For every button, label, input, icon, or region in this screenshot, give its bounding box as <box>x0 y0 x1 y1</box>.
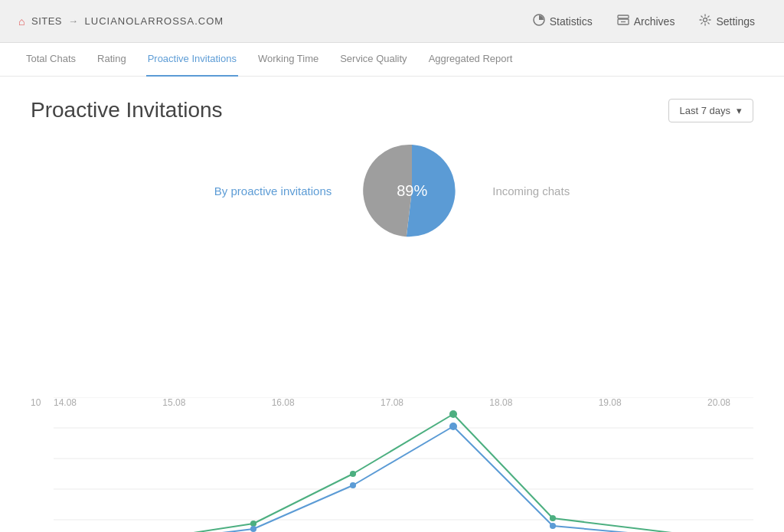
nav-archives-label: Archives <box>634 15 675 28</box>
site-name: LUCIANOLARROSSA.COM <box>85 15 224 27</box>
tab-proactive-invitations[interactable]: Proactive Invitations <box>146 43 238 77</box>
breadcrumb-arrow: → <box>68 15 79 27</box>
chart-y-label: 10 <box>31 397 41 408</box>
nav-settings-label: Settings <box>716 15 755 28</box>
tab-total-chats[interactable]: Total Chats <box>24 43 77 77</box>
svg-point-20 <box>250 526 256 532</box>
statistics-icon <box>533 14 545 28</box>
home-icon: ⌂ <box>18 15 25 28</box>
pie-section: By proactive invitations 89% Incoming ch… <box>31 141 753 240</box>
svg-point-21 <box>350 482 356 488</box>
tab-bar: Total Chats Rating Proactive Invitations… <box>0 43 784 77</box>
svg-point-23 <box>550 523 556 529</box>
svg-point-15 <box>449 410 457 418</box>
svg-point-14 <box>350 471 356 477</box>
main-content: Proactive Invitations Last 7 days ▾ By p… <box>0 77 784 532</box>
svg-rect-1 <box>618 15 629 18</box>
nav-statistics-label: Statistics <box>550 15 593 28</box>
header: ⌂ SITES → LUCIANOLARROSSA.COM Statistics <box>0 0 784 43</box>
svg-point-16 <box>550 515 556 521</box>
tab-aggregated-report[interactable]: Aggregated Report <box>427 43 514 77</box>
nav-archives[interactable]: Archives <box>606 10 686 32</box>
archives-icon <box>617 15 629 28</box>
page-title: Proactive Invitations <box>31 98 223 122</box>
header-nav: Statistics Archives Settings <box>522 9 766 33</box>
pie-percent-label: 89% <box>397 182 427 200</box>
date-range-button[interactable]: Last 7 days ▾ <box>668 99 754 122</box>
tab-service-quality[interactable]: Service Quality <box>338 43 408 77</box>
chart-area: 10 <box>31 397 753 532</box>
nav-statistics[interactable]: Statistics <box>522 9 603 33</box>
pie-right-label: Incoming chats <box>492 184 570 197</box>
settings-icon <box>699 14 711 28</box>
date-range-label: Last 7 days <box>680 105 731 116</box>
svg-point-13 <box>250 521 256 527</box>
chart-svg <box>54 397 753 532</box>
tab-rating[interactable]: Rating <box>96 43 128 77</box>
chevron-down-icon: ▾ <box>737 105 742 116</box>
svg-point-22 <box>449 423 457 430</box>
breadcrumb: ⌂ SITES → LUCIANOLARROSSA.COM <box>18 15 224 28</box>
svg-point-4 <box>704 18 707 22</box>
pie-chart: 89% <box>362 141 462 240</box>
pie-left-label: By proactive invitations <box>214 184 332 197</box>
tab-working-time[interactable]: Working Time <box>256 43 320 77</box>
page-title-row: Proactive Invitations Last 7 days ▾ <box>31 98 753 122</box>
sites-label: SITES <box>31 15 62 27</box>
nav-settings[interactable]: Settings <box>688 9 766 33</box>
